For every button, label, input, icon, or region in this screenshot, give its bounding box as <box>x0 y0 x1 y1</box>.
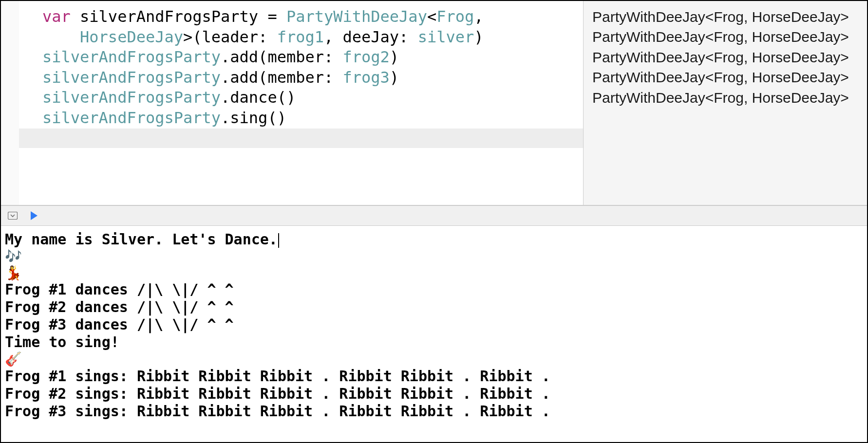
result-line: PartyWithDeeJay<Frog, HorseDeeJay> <box>592 67 867 87</box>
current-line-highlight <box>19 129 583 148</box>
playground-window: var silverAndFrogsParty = PartyWithDeeJa… <box>0 0 868 443</box>
code-line: silverAndFrogsParty.add(member: frog2) <box>42 47 583 68</box>
result-line: PartyWithDeeJay<Frog, HorseDeeJay> <box>592 47 867 67</box>
identifier: silverAndFrogsParty <box>42 109 221 127</box>
identifier: frog2 <box>343 48 390 66</box>
code-editor[interactable]: var silverAndFrogsParty = PartyWithDeeJa… <box>19 1 584 205</box>
results-sidebar[interactable]: PartyWithDeeJay<Frog, HorseDeeJay> Party… <box>584 1 867 205</box>
type-name: HorseDeeJay <box>80 28 183 46</box>
console-line: Frog #1 sings: Ribbit Ribbit Ribbit . Ri… <box>5 368 863 385</box>
console-line: Frog #2 dances /|\ \|/ ^ ^ <box>5 298 863 316</box>
play-icon <box>30 211 38 221</box>
result-line: PartyWithDeeJay<Frog, HorseDeeJay> <box>592 7 867 27</box>
console-line: Frog #2 sings: Ribbit Ribbit Ribbit . Ri… <box>5 385 863 403</box>
identifier: silverAndFrogsParty <box>42 48 221 66</box>
run-button[interactable] <box>28 210 40 222</box>
console-line: Time to sing! <box>5 333 863 351</box>
identifier: silverAndFrogsParty <box>42 68 221 87</box>
console-line: 💃 <box>5 265 863 281</box>
code-line: silverAndFrogsParty.sing() <box>42 108 583 129</box>
identifier: frog1 <box>277 28 324 46</box>
debug-toolbar <box>1 205 867 226</box>
line-gutter <box>1 1 19 205</box>
console-line: 🎶 <box>5 248 863 265</box>
console-line: Frog #3 sings: Ribbit Ribbit Ribbit . Ri… <box>5 403 863 420</box>
console-line: Frog #3 dances /|\ \|/ ^ ^ <box>5 316 863 333</box>
console-line: My name is Silver. Let's Dance. <box>5 231 863 248</box>
type-name: Frog <box>436 7 474 26</box>
code-line: HorseDeeJay>(leader: frog1, deeJay: silv… <box>42 27 583 48</box>
code-line: silverAndFrogsParty.add(member: frog3) <box>42 68 583 88</box>
chevron-down-boxed-icon <box>8 212 18 220</box>
svg-rect-0 <box>8 212 18 220</box>
code-line: var silverAndFrogsParty = PartyWithDeeJa… <box>42 7 583 27</box>
result-line: PartyWithDeeJay<Frog, HorseDeeJay> <box>592 27 867 47</box>
text-cursor <box>278 233 279 248</box>
console-toggle-button[interactable] <box>7 210 19 222</box>
editor-area: var silverAndFrogsParty = PartyWithDeeJa… <box>1 1 867 205</box>
result-line: PartyWithDeeJay<Frog, HorseDeeJay> <box>592 88 867 108</box>
identifier: silverAndFrogsParty <box>42 88 221 107</box>
console-line: 🎸 <box>5 351 863 368</box>
keyword-var: var <box>42 7 71 26</box>
console-line: Frog #1 dances /|\ \|/ ^ ^ <box>5 281 863 298</box>
type-name: PartyWithDeeJay <box>286 7 427 26</box>
console-output[interactable]: My name is Silver. Let's Dance. 🎶 💃 Frog… <box>1 226 867 442</box>
code-line: silverAndFrogsParty.dance() <box>42 88 583 108</box>
identifier: frog3 <box>343 68 390 87</box>
identifier: silver <box>418 28 474 46</box>
